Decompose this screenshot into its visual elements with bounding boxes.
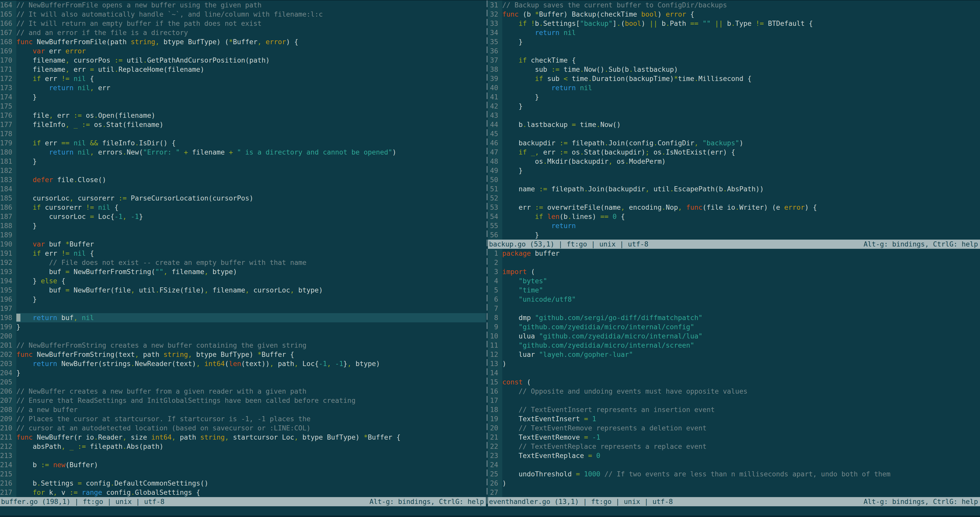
code-line[interactable]: 10 ulua "github.com/zyedidia/micro/inter… bbox=[488, 332, 980, 341]
code-text[interactable] bbox=[16, 469, 486, 479]
code-text[interactable]: ) bbox=[502, 479, 980, 488]
code-text[interactable] bbox=[16, 184, 486, 194]
code-line[interactable]: 34 return nil bbox=[488, 28, 980, 37]
code-line[interactable]: 48 os.Mkdir(backupdir, os.ModePerm) bbox=[488, 157, 980, 166]
code-line[interactable]: 215 bbox=[0, 469, 486, 479]
code-text[interactable]: "bytes" bbox=[502, 276, 980, 286]
code-line[interactable]: 204} bbox=[0, 369, 486, 378]
code-line[interactable]: 33 if !b.Settings["backup"].(bool) || b.… bbox=[488, 19, 980, 28]
code-line[interactable]: 52 bbox=[488, 194, 980, 203]
code-line[interactable]: 39 if sub < time.Duration(backupTime)*ti… bbox=[488, 74, 980, 83]
code-line[interactable]: 193 buf = NewBufferFromString("", filena… bbox=[0, 267, 486, 276]
editor-pane-buffer-go[interactable]: 164// NewBufferFromFile opens a new buff… bbox=[0, 0, 486, 497]
code-line[interactable]: 31// Backup saves the current buffer to … bbox=[488, 0, 980, 10]
code-text[interactable]: if err != nil { bbox=[16, 74, 486, 83]
code-line[interactable]: 189 bbox=[0, 230, 486, 239]
code-text[interactable]: // Places the cursor at startcursor. If … bbox=[16, 414, 486, 423]
code-text[interactable] bbox=[502, 304, 980, 313]
code-text[interactable]: } bbox=[502, 37, 980, 46]
code-text[interactable]: filename, cursorPos := util.GetPathAndCu… bbox=[16, 56, 486, 65]
code-line[interactable]: 182 bbox=[0, 166, 486, 175]
code-text[interactable]: if _, err := os.Stat(backupdir); os.IsNo… bbox=[502, 148, 980, 157]
code-text[interactable]: // and an error if the file is a directo… bbox=[16, 28, 486, 37]
code-text[interactable]: TextEventInsert = 1 bbox=[502, 414, 980, 423]
code-line[interactable]: 197 bbox=[0, 304, 486, 313]
code-text[interactable]: "unicode/utf8" bbox=[502, 295, 980, 304]
code-line[interactable]: 41 } bbox=[488, 93, 980, 102]
code-text[interactable] bbox=[16, 304, 486, 313]
code-line[interactable]: 19 TextEventInsert = 1 bbox=[488, 414, 980, 423]
code-text[interactable]: // NewBufferFromFile opens a new buffer … bbox=[16, 0, 486, 10]
code-text[interactable]: if len(b.lines) == 0 { bbox=[502, 212, 980, 221]
code-text[interactable]: if err == nil && fileInfo.IsDir() { bbox=[16, 139, 486, 148]
code-line[interactable]: 209// Places the cursor at startcursor. … bbox=[0, 414, 486, 423]
code-line[interactable]: 1package buffer bbox=[488, 249, 980, 258]
code-line[interactable]: 21 TextEventRemove = -1 bbox=[488, 433, 980, 442]
code-line[interactable]: 217 for k, v := range config.GlobalSetti… bbox=[0, 488, 486, 497]
code-line[interactable]: 179 if err == nil && fileInfo.IsDir() { bbox=[0, 139, 486, 148]
code-text[interactable]: return nil, err bbox=[16, 83, 486, 93]
code-line[interactable]: 5 "time" bbox=[488, 286, 980, 295]
code-text[interactable] bbox=[502, 460, 980, 469]
code-line[interactable]: 200 bbox=[0, 332, 486, 341]
code-line[interactable]: 207// Ensure that ReadSettings and InitG… bbox=[0, 396, 486, 405]
code-line[interactable]: 213 bbox=[0, 451, 486, 460]
code-line[interactable]: 184 bbox=[0, 184, 486, 194]
code-line[interactable]: 208// a new buffer bbox=[0, 405, 486, 414]
code-line[interactable]: 2 bbox=[488, 258, 980, 267]
code-text[interactable]: } bbox=[16, 93, 486, 102]
code-line[interactable]: 27 bbox=[488, 488, 980, 497]
code-text[interactable]: file, err := os.Open(filename) bbox=[16, 111, 486, 120]
editor-pane-backup-go[interactable]: 31// Backup saves the current buffer to … bbox=[488, 0, 980, 239]
code-line[interactable]: 191 if err != nil { bbox=[0, 249, 486, 258]
code-text[interactable]: "github.com/zyedidia/micro/internal/scre… bbox=[502, 341, 980, 350]
code-line[interactable]: 206// NewBuffer creates a new buffer fro… bbox=[0, 387, 486, 396]
code-line[interactable]: 172 if err != nil { bbox=[0, 74, 486, 83]
code-text[interactable] bbox=[502, 111, 980, 120]
code-text[interactable]: name := filepath.Join(backupdir, util.Es… bbox=[502, 184, 980, 194]
code-line[interactable]: 7 bbox=[488, 304, 980, 313]
code-text[interactable] bbox=[502, 129, 980, 139]
code-text[interactable]: } bbox=[502, 166, 980, 175]
code-text[interactable]: return bbox=[502, 221, 980, 230]
code-line[interactable]: 205 bbox=[0, 378, 486, 387]
code-line[interactable]: 211func NewBuffer(r io.Reader, size int6… bbox=[0, 433, 486, 442]
code-line[interactable]: 170 filename, cursorPos := util.GetPathA… bbox=[0, 56, 486, 65]
code-line[interactable]: 51 name := filepath.Join(backupdir, util… bbox=[488, 184, 980, 194]
code-text[interactable]: var err error bbox=[16, 46, 486, 56]
code-line[interactable]: 167// and an error if the file is a dire… bbox=[0, 28, 486, 37]
code-text[interactable] bbox=[502, 46, 980, 56]
code-text[interactable] bbox=[16, 378, 486, 387]
code-line[interactable]: 190 var buf *Buffer bbox=[0, 239, 486, 249]
code-text[interactable]: buf = NewBuffer(file, util.FSize(file), … bbox=[16, 286, 486, 295]
code-line[interactable]: 175 bbox=[0, 102, 486, 111]
code-line[interactable]: 186 if cursorerr != nil { bbox=[0, 203, 486, 212]
code-line[interactable]: 3import ( bbox=[488, 267, 980, 276]
code-text[interactable] bbox=[16, 230, 486, 239]
code-line[interactable]: 177 fileInfo, _ := os.Stat(filename) bbox=[0, 120, 486, 129]
code-line[interactable]: 210// cursor at an autodetected location… bbox=[0, 423, 486, 433]
code-line[interactable]: 56 } bbox=[488, 230, 980, 239]
code-line[interactable]: 176 file, err := os.Open(filename) bbox=[0, 111, 486, 120]
code-text[interactable]: for k, v := range config.GlobalSettings … bbox=[16, 488, 486, 497]
code-line[interactable]: 13) bbox=[488, 359, 980, 369]
code-line[interactable]: 166// It will return an empty buffer if … bbox=[0, 19, 486, 28]
code-text[interactable]: luar "layeh.com/gopher-luar" bbox=[502, 350, 980, 359]
code-text[interactable]: // TextEventReplace represents a replace… bbox=[502, 442, 980, 451]
code-line[interactable]: 192 // File does not exist -- create an … bbox=[0, 258, 486, 267]
code-text[interactable]: err := overwriteFile(name, encoding.Nop,… bbox=[502, 203, 980, 212]
code-line[interactable]: 42 } bbox=[488, 102, 980, 111]
vsplit-divider[interactable] bbox=[486, 0, 488, 506]
code-line[interactable]: 187 cursorLoc = Loc{-1, -1} bbox=[0, 212, 486, 221]
code-text[interactable]: absPath, _ := filepath.Abs(path) bbox=[16, 442, 486, 451]
code-line[interactable]: 181 } bbox=[0, 157, 486, 166]
code-line[interactable]: 174 } bbox=[0, 93, 486, 102]
code-line[interactable]: 194 } else { bbox=[0, 276, 486, 286]
code-text[interactable]: if err != nil { bbox=[16, 249, 486, 258]
code-text[interactable]: } bbox=[502, 230, 980, 239]
code-line[interactable]: 36 bbox=[488, 46, 980, 56]
code-line[interactable]: 4 "bytes" bbox=[488, 276, 980, 286]
code-line[interactable]: 198 return buf, nil bbox=[0, 313, 486, 322]
code-line[interactable]: 212 absPath, _ := filepath.Abs(path) bbox=[0, 442, 486, 451]
code-line[interactable]: 171 filename, err = util.ReplaceHome(fil… bbox=[0, 65, 486, 74]
